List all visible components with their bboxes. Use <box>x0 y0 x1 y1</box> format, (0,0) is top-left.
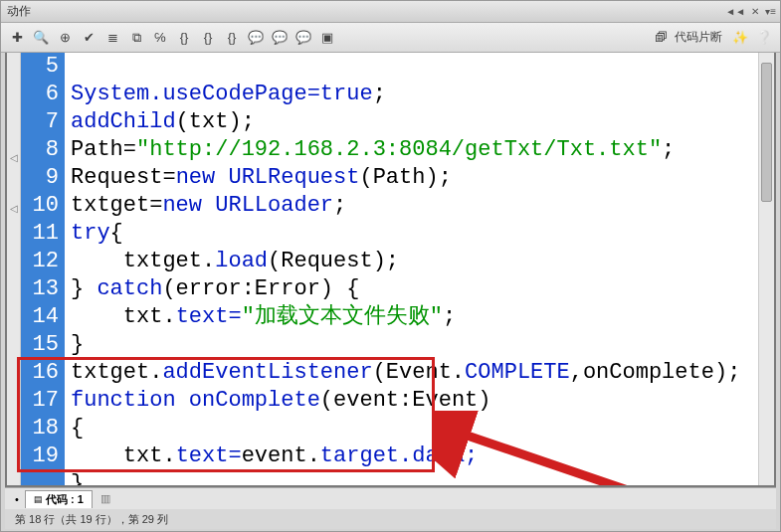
brace3-icon[interactable]: {} <box>222 28 242 48</box>
tab-code-label: 代码 <box>46 493 68 505</box>
tab-dot-icon: • <box>15 493 19 505</box>
minimize-icon[interactable]: ◄◄ <box>725 6 745 17</box>
target-icon[interactable]: ⊕ <box>55 28 75 48</box>
bubble3-icon[interactable]: 💬 <box>293 28 313 48</box>
brace1-icon[interactable]: {} <box>174 28 194 48</box>
comment-icon[interactable]: ⧉ <box>126 28 146 48</box>
left-strip: ◁ ◁ <box>7 53 21 485</box>
editor-area: ◁ ◁ 5678910111213141516171819 System.use… <box>5 53 776 487</box>
tab-code-num: 1 <box>78 493 84 505</box>
toolbar: ✚ 🔍 ⊕ ✔ ≣ ⧉ ℅ {} {} {} 💬 💬 💬 ▣ 🗊 代码片断 ✨ … <box>1 23 780 53</box>
menu-icon[interactable]: ▾≡ <box>765 6 776 17</box>
tab-secondary[interactable]: ▥ <box>95 491 116 506</box>
window-controls: ◄◄ ✕ ▾≡ <box>725 6 776 17</box>
link-icon[interactable]: ℅ <box>150 28 170 48</box>
tab-code[interactable]: ▤ 代码 : 1 <box>25 490 93 508</box>
export-icon[interactable]: ▣ <box>317 28 337 48</box>
brace2-icon[interactable]: {} <box>198 28 218 48</box>
line-gutter: 5678910111213141516171819 <box>21 53 65 485</box>
format-icon[interactable]: ≣ <box>102 28 122 48</box>
collapse-handle[interactable]: ◁ <box>10 152 18 163</box>
vertical-scrollbar[interactable] <box>758 53 774 485</box>
svg-line-1 <box>453 431 672 487</box>
collapse-handle[interactable]: ◁ <box>10 203 18 214</box>
statusbar: 第 18 行（共 19 行），第 29 列 <box>5 509 776 529</box>
titlebar: 动作 ◄◄ ✕ ▾≡ <box>1 1 780 23</box>
panel-title: 动作 <box>7 3 31 20</box>
scrollbar-thumb[interactable] <box>761 63 772 202</box>
add-icon[interactable]: ✚ <box>7 28 27 48</box>
close-icon[interactable]: ✕ <box>751 6 759 17</box>
wand-icon[interactable]: ✨ <box>730 28 750 48</box>
search-icon[interactable]: 🔍 <box>31 28 51 48</box>
code-editor[interactable]: System.useCodePage=true; addChild(txt); … <box>65 53 758 485</box>
bottom-tabs: • ▤ 代码 : 1 ▥ <box>5 487 776 509</box>
snippet-icon[interactable]: 🗊 <box>651 28 671 48</box>
help-icon[interactable]: ❔ <box>754 28 774 48</box>
bubble1-icon[interactable]: 💬 <box>246 28 266 48</box>
bubble2-icon[interactable]: 💬 <box>270 28 290 48</box>
cursor-position: 第 18 行（共 19 行），第 29 列 <box>15 512 168 527</box>
snippet-label: 代码片断 <box>675 29 722 46</box>
doc-icon: ▤ <box>34 494 43 504</box>
check-icon[interactable]: ✔ <box>79 28 98 48</box>
